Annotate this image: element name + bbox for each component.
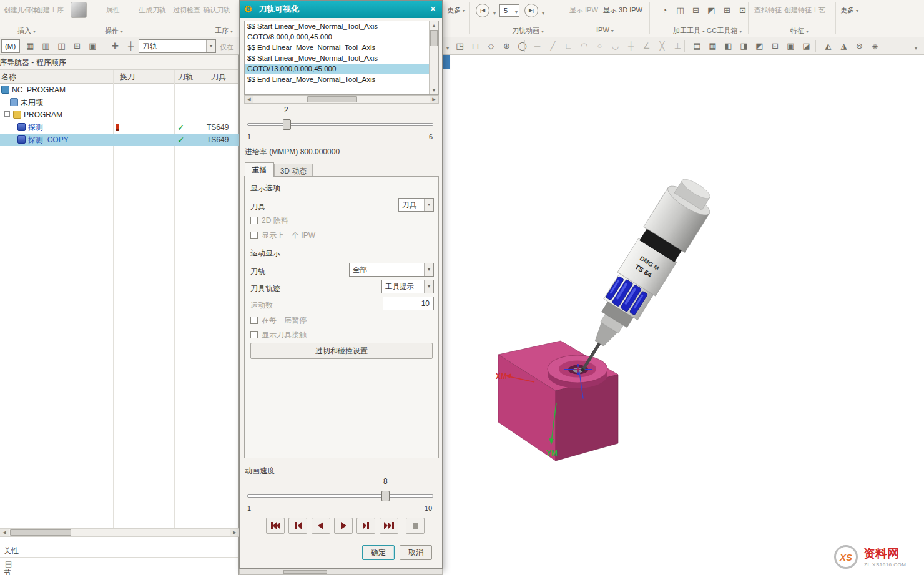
toolbar-icon[interactable]: ┼: [124, 39, 138, 53]
scrollbar-thumb[interactable]: [430, 30, 438, 46]
verify-toolpath-button[interactable]: 确认刀轨: [203, 6, 230, 15]
toolbar-icon[interactable]: ─: [530, 39, 544, 53]
play-backward-button[interactable]: [312, 518, 330, 534]
toolbar-icon[interactable]: ⊕: [499, 39, 514, 53]
animation-next-button[interactable]: [524, 4, 538, 17]
go-to-start-button[interactable]: [266, 518, 285, 534]
toolbar-icon[interactable]: ◫: [673, 4, 687, 17]
tab-3d-dynamic[interactable]: 3D 动态: [274, 164, 313, 177]
gcode-line[interactable]: GOTO/8.000,0.000,45.000: [245, 32, 430, 42]
go-to-end-button[interactable]: [380, 518, 398, 534]
properties-button[interactable]: 属性: [106, 6, 120, 15]
toolbar-icon[interactable]: ∟: [561, 39, 576, 53]
scrollbar-thumb[interactable]: [10, 529, 71, 536]
toolbar-icon[interactable]: ◪: [799, 39, 813, 53]
show-ipw-button[interactable]: 显示 IPW: [569, 6, 598, 15]
gcode-vertical-scrollbar[interactable]: [429, 21, 438, 94]
toolbar-icon[interactable]: ⊡: [768, 39, 782, 53]
gcode-horizontal-scrollbar[interactable]: [244, 95, 439, 104]
toolbar-icon[interactable]: ⊞: [720, 4, 734, 17]
checkbox-show-previous-ipw[interactable]: 显示上一个 IPW: [250, 230, 315, 241]
toolbar-icon[interactable]: ◧: [721, 39, 735, 53]
step-back-button[interactable]: [288, 518, 307, 534]
tree-row-program[interactable]: PROGRAM: [0, 109, 239, 121]
chevron-down-icon[interactable]: [540, 8, 544, 17]
motion-count-input[interactable]: 10: [383, 297, 434, 310]
create-geometry-button[interactable]: 创建几何体: [4, 6, 38, 15]
panel-icon[interactable]: [5, 559, 12, 568]
toolbar-icon[interactable]: ◩: [704, 4, 719, 17]
gcode-line[interactable]: $$ Start Linear_Move_Normal_Tool_Axis: [245, 53, 430, 64]
more-button-right[interactable]: 更多: [840, 6, 858, 15]
tree-row-probe-copy[interactable]: 探测_COPY TS649: [0, 134, 239, 146]
toolbar-icon[interactable]: ⊞: [70, 39, 84, 53]
dependencies-panel-label[interactable]: 关性: [4, 546, 19, 556]
scroll-right-icon[interactable]: [430, 96, 438, 103]
toolbar-icon[interactable]: ◳: [453, 39, 467, 53]
animation-previous-button[interactable]: [476, 4, 489, 17]
group-process[interactable]: 工序: [215, 26, 233, 36]
ok-button[interactable]: 确定: [362, 545, 395, 560]
progress-slider-track[interactable]: [247, 123, 433, 126]
scroll-left-icon[interactable]: [245, 96, 253, 103]
group-feature[interactable]: 特征: [790, 26, 808, 36]
scroll-down-icon[interactable]: [430, 86, 438, 94]
toolbar-icon[interactable]: ◠: [577, 39, 591, 53]
generate-toolpath-button[interactable]: 生成刀轨: [139, 6, 166, 15]
find-feature-button[interactable]: 查找特征: [754, 6, 782, 15]
toolbar-icon[interactable]: ▥: [39, 39, 53, 53]
toolbar-icon[interactable]: ○: [592, 39, 607, 53]
toolbar-icon[interactable]: ◇: [484, 39, 498, 53]
checkbox-show-tool-contact[interactable]: 显示刀具接触: [250, 330, 307, 340]
create-operation-button[interactable]: 创建工序: [36, 6, 64, 15]
tree-row-probe[interactable]: 探测 TS649: [0, 121, 239, 134]
milling-tool-icon[interactable]: [71, 2, 87, 18]
chevron-down-icon[interactable]: [913, 43, 917, 52]
chevron-down-icon[interactable]: [445, 43, 449, 52]
progress-slider-thumb[interactable]: [283, 119, 291, 130]
tab-replay[interactable]: 重播: [245, 162, 274, 177]
checkbox-2d-material-removal[interactable]: 2D 除料: [250, 215, 288, 226]
animation-step-spinner[interactable]: 5: [499, 4, 519, 17]
play-forward-button[interactable]: [334, 518, 353, 534]
gouge-check-button[interactable]: 过切检查: [173, 6, 200, 15]
tool-trace-combo[interactable]: 工具提示: [381, 280, 434, 293]
scroll-up-icon[interactable]: [430, 21, 438, 29]
group-toolpath-animation[interactable]: 刀轨动画: [512, 26, 544, 36]
column-tool-change[interactable]: 换刀: [120, 72, 135, 82]
toolbar-icon[interactable]: ▦: [23, 39, 37, 53]
close-icon[interactable]: [430, 1, 436, 18]
more-button-left[interactable]: 更多: [447, 6, 465, 15]
group-insert[interactable]: 插入: [17, 26, 36, 36]
speed-slider-thumb[interactable]: [381, 491, 390, 501]
toolpath-display-combo[interactable]: 全部: [349, 263, 434, 277]
toolbar-icon[interactable]: ∠: [639, 39, 654, 53]
cancel-button[interactable]: 取消: [400, 545, 432, 560]
checkbox-pause-each-layer[interactable]: 在每一层暂停: [250, 315, 307, 326]
toolbar-icon[interactable]: ◭: [821, 39, 835, 53]
toolbar-icon[interactable]: ⊚: [852, 39, 867, 53]
navigator-horizontal-scrollbar[interactable]: [0, 528, 239, 537]
tree-row-unused[interactable]: 未用项: [0, 96, 239, 109]
scroll-left-icon[interactable]: [0, 529, 9, 536]
column-name[interactable]: 名称: [1, 72, 16, 82]
tool-display-combo[interactable]: 刀具: [398, 198, 434, 212]
gcode-line[interactable]: $$ End Linear_Move_Normal_Tool_Axis: [245, 42, 430, 53]
toolbar-icon[interactable]: ◈: [868, 39, 882, 53]
stop-button[interactable]: [406, 518, 425, 534]
tree-row-nc-program[interactable]: NC_PROGRAM: [0, 84, 239, 96]
gouge-collision-settings-button[interactable]: 过切和碰撞设置: [250, 343, 433, 359]
gcode-list[interactable]: $$ Start Linear_Move_Normal_Tool_Axis GO…: [244, 21, 439, 95]
view-combo[interactable]: (M): [1, 39, 20, 53]
chevron-down-icon[interactable]: [491, 8, 496, 17]
toolbar-icon[interactable]: ◫: [54, 39, 69, 53]
toolbar-icon[interactable]: ◨: [737, 39, 751, 53]
toolbar-icon[interactable]: ▣: [86, 39, 100, 53]
toolbar-icon[interactable]: ▦: [705, 39, 720, 53]
viewport-tab[interactable]: [442, 55, 450, 69]
scroll-right-icon[interactable]: [230, 529, 239, 536]
toolbar-icon[interactable]: ┼: [624, 39, 638, 53]
toolbar-icon[interactable]: ◩: [752, 39, 767, 53]
gcode-line[interactable]: $$ End Linear_Move_Normal_Tool_Axis: [245, 74, 430, 85]
toolpath-filter-combo[interactable]: 刀轨: [139, 39, 216, 53]
